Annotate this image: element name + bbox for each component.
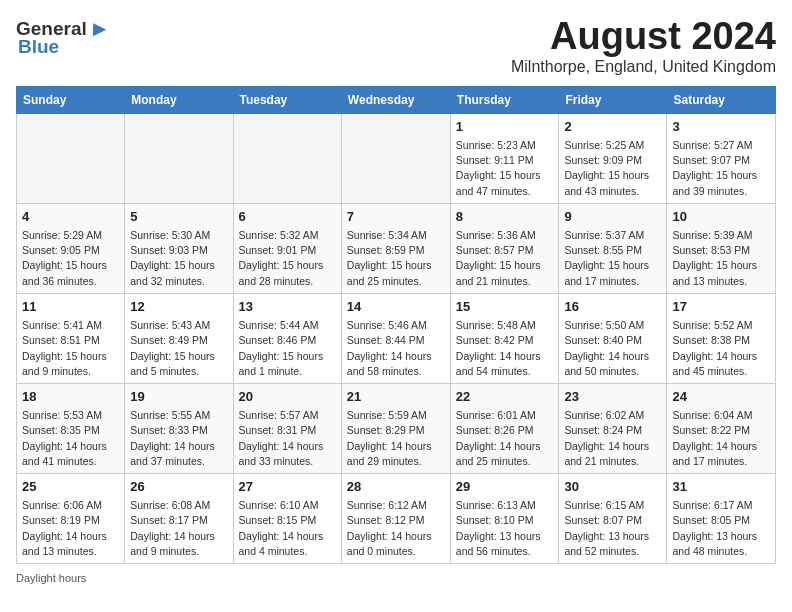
day-info: Sunrise: 6:12 AM Sunset: 8:12 PM Dayligh… xyxy=(347,498,445,559)
day-number: 23 xyxy=(564,388,661,406)
day-number: 9 xyxy=(564,208,661,226)
calendar-header-thursday: Thursday xyxy=(450,86,559,113)
day-info: Sunrise: 5:34 AM Sunset: 8:59 PM Dayligh… xyxy=(347,228,445,289)
calendar-header-tuesday: Tuesday xyxy=(233,86,341,113)
day-number: 14 xyxy=(347,298,445,316)
calendar-header-row: SundayMondayTuesdayWednesdayThursdayFrid… xyxy=(17,86,776,113)
day-number: 26 xyxy=(130,478,227,496)
calendar-cell: 15Sunrise: 5:48 AM Sunset: 8:42 PM Dayli… xyxy=(450,293,559,383)
day-number: 28 xyxy=(347,478,445,496)
calendar-cell: 17Sunrise: 5:52 AM Sunset: 8:38 PM Dayli… xyxy=(667,293,776,383)
day-number: 29 xyxy=(456,478,554,496)
logo-blue-text: Blue xyxy=(16,36,59,58)
calendar-cell: 1Sunrise: 5:23 AM Sunset: 9:11 PM Daylig… xyxy=(450,113,559,203)
calendar-cell: 3Sunrise: 5:27 AM Sunset: 9:07 PM Daylig… xyxy=(667,113,776,203)
day-number: 6 xyxy=(239,208,336,226)
day-info: Sunrise: 6:17 AM Sunset: 8:05 PM Dayligh… xyxy=(672,498,770,559)
day-number: 27 xyxy=(239,478,336,496)
day-info: Sunrise: 5:43 AM Sunset: 8:49 PM Dayligh… xyxy=(130,318,227,379)
day-info: Sunrise: 6:10 AM Sunset: 8:15 PM Dayligh… xyxy=(239,498,336,559)
calendar-cell: 22Sunrise: 6:01 AM Sunset: 8:26 PM Dayli… xyxy=(450,383,559,473)
calendar-header-saturday: Saturday xyxy=(667,86,776,113)
day-info: Sunrise: 5:41 AM Sunset: 8:51 PM Dayligh… xyxy=(22,318,119,379)
day-info: Sunrise: 5:25 AM Sunset: 9:09 PM Dayligh… xyxy=(564,138,661,199)
calendar-week-4: 18Sunrise: 5:53 AM Sunset: 8:35 PM Dayli… xyxy=(17,383,776,473)
day-number: 1 xyxy=(456,118,554,136)
day-number: 4 xyxy=(22,208,119,226)
day-number: 2 xyxy=(564,118,661,136)
month-title: August 2024 xyxy=(511,16,776,58)
calendar-cell: 7Sunrise: 5:34 AM Sunset: 8:59 PM Daylig… xyxy=(341,203,450,293)
day-info: Sunrise: 5:30 AM Sunset: 9:03 PM Dayligh… xyxy=(130,228,227,289)
calendar-cell: 6Sunrise: 5:32 AM Sunset: 9:01 PM Daylig… xyxy=(233,203,341,293)
day-number: 11 xyxy=(22,298,119,316)
logo-icon: ► xyxy=(89,16,111,42)
calendar-cell: 16Sunrise: 5:50 AM Sunset: 8:40 PM Dayli… xyxy=(559,293,667,383)
calendar-cell: 18Sunrise: 5:53 AM Sunset: 8:35 PM Dayli… xyxy=(17,383,125,473)
calendar-cell: 5Sunrise: 5:30 AM Sunset: 9:03 PM Daylig… xyxy=(125,203,233,293)
calendar-cell xyxy=(233,113,341,203)
calendar-cell: 19Sunrise: 5:55 AM Sunset: 8:33 PM Dayli… xyxy=(125,383,233,473)
day-number: 15 xyxy=(456,298,554,316)
daylight-label: Daylight hours xyxy=(16,572,86,584)
calendar-cell xyxy=(17,113,125,203)
day-info: Sunrise: 5:50 AM Sunset: 8:40 PM Dayligh… xyxy=(564,318,661,379)
calendar-week-1: 1Sunrise: 5:23 AM Sunset: 9:11 PM Daylig… xyxy=(17,113,776,203)
calendar-cell: 30Sunrise: 6:15 AM Sunset: 8:07 PM Dayli… xyxy=(559,474,667,564)
day-info: Sunrise: 6:04 AM Sunset: 8:22 PM Dayligh… xyxy=(672,408,770,469)
day-number: 19 xyxy=(130,388,227,406)
calendar-week-3: 11Sunrise: 5:41 AM Sunset: 8:51 PM Dayli… xyxy=(17,293,776,383)
day-number: 8 xyxy=(456,208,554,226)
calendar-cell: 29Sunrise: 6:13 AM Sunset: 8:10 PM Dayli… xyxy=(450,474,559,564)
calendar-cell: 24Sunrise: 6:04 AM Sunset: 8:22 PM Dayli… xyxy=(667,383,776,473)
calendar-cell: 20Sunrise: 5:57 AM Sunset: 8:31 PM Dayli… xyxy=(233,383,341,473)
calendar-cell: 21Sunrise: 5:59 AM Sunset: 8:29 PM Dayli… xyxy=(341,383,450,473)
calendar-cell: 10Sunrise: 5:39 AM Sunset: 8:53 PM Dayli… xyxy=(667,203,776,293)
day-number: 31 xyxy=(672,478,770,496)
day-info: Sunrise: 5:48 AM Sunset: 8:42 PM Dayligh… xyxy=(456,318,554,379)
calendar-cell: 26Sunrise: 6:08 AM Sunset: 8:17 PM Dayli… xyxy=(125,474,233,564)
day-number: 24 xyxy=(672,388,770,406)
footer: Daylight hours xyxy=(16,572,776,584)
day-info: Sunrise: 6:01 AM Sunset: 8:26 PM Dayligh… xyxy=(456,408,554,469)
calendar-cell: 4Sunrise: 5:29 AM Sunset: 9:05 PM Daylig… xyxy=(17,203,125,293)
calendar-header-sunday: Sunday xyxy=(17,86,125,113)
day-number: 22 xyxy=(456,388,554,406)
day-number: 20 xyxy=(239,388,336,406)
calendar-table: SundayMondayTuesdayWednesdayThursdayFrid… xyxy=(16,86,776,564)
day-info: Sunrise: 6:13 AM Sunset: 8:10 PM Dayligh… xyxy=(456,498,554,559)
day-number: 25 xyxy=(22,478,119,496)
day-number: 30 xyxy=(564,478,661,496)
calendar-cell xyxy=(125,113,233,203)
day-info: Sunrise: 5:52 AM Sunset: 8:38 PM Dayligh… xyxy=(672,318,770,379)
day-info: Sunrise: 5:39 AM Sunset: 8:53 PM Dayligh… xyxy=(672,228,770,289)
day-info: Sunrise: 6:06 AM Sunset: 8:19 PM Dayligh… xyxy=(22,498,119,559)
day-number: 21 xyxy=(347,388,445,406)
day-info: Sunrise: 5:46 AM Sunset: 8:44 PM Dayligh… xyxy=(347,318,445,379)
day-info: Sunrise: 5:44 AM Sunset: 8:46 PM Dayligh… xyxy=(239,318,336,379)
calendar-cell: 9Sunrise: 5:37 AM Sunset: 8:55 PM Daylig… xyxy=(559,203,667,293)
day-number: 5 xyxy=(130,208,227,226)
calendar-cell: 2Sunrise: 5:25 AM Sunset: 9:09 PM Daylig… xyxy=(559,113,667,203)
day-info: Sunrise: 5:53 AM Sunset: 8:35 PM Dayligh… xyxy=(22,408,119,469)
day-info: Sunrise: 6:02 AM Sunset: 8:24 PM Dayligh… xyxy=(564,408,661,469)
day-number: 3 xyxy=(672,118,770,136)
calendar-header-friday: Friday xyxy=(559,86,667,113)
day-info: Sunrise: 5:55 AM Sunset: 8:33 PM Dayligh… xyxy=(130,408,227,469)
page-header: General ► Blue August 2024 Milnthorpe, E… xyxy=(16,16,776,76)
day-info: Sunrise: 6:08 AM Sunset: 8:17 PM Dayligh… xyxy=(130,498,227,559)
day-number: 10 xyxy=(672,208,770,226)
day-info: Sunrise: 5:23 AM Sunset: 9:11 PM Dayligh… xyxy=(456,138,554,199)
calendar-week-2: 4Sunrise: 5:29 AM Sunset: 9:05 PM Daylig… xyxy=(17,203,776,293)
day-info: Sunrise: 5:27 AM Sunset: 9:07 PM Dayligh… xyxy=(672,138,770,199)
calendar-cell: 23Sunrise: 6:02 AM Sunset: 8:24 PM Dayli… xyxy=(559,383,667,473)
day-number: 18 xyxy=(22,388,119,406)
calendar-cell: 31Sunrise: 6:17 AM Sunset: 8:05 PM Dayli… xyxy=(667,474,776,564)
calendar-cell xyxy=(341,113,450,203)
day-info: Sunrise: 5:29 AM Sunset: 9:05 PM Dayligh… xyxy=(22,228,119,289)
day-number: 13 xyxy=(239,298,336,316)
location-title: Milnthorpe, England, United Kingdom xyxy=(511,58,776,76)
day-number: 17 xyxy=(672,298,770,316)
day-info: Sunrise: 5:59 AM Sunset: 8:29 PM Dayligh… xyxy=(347,408,445,469)
day-info: Sunrise: 5:57 AM Sunset: 8:31 PM Dayligh… xyxy=(239,408,336,469)
